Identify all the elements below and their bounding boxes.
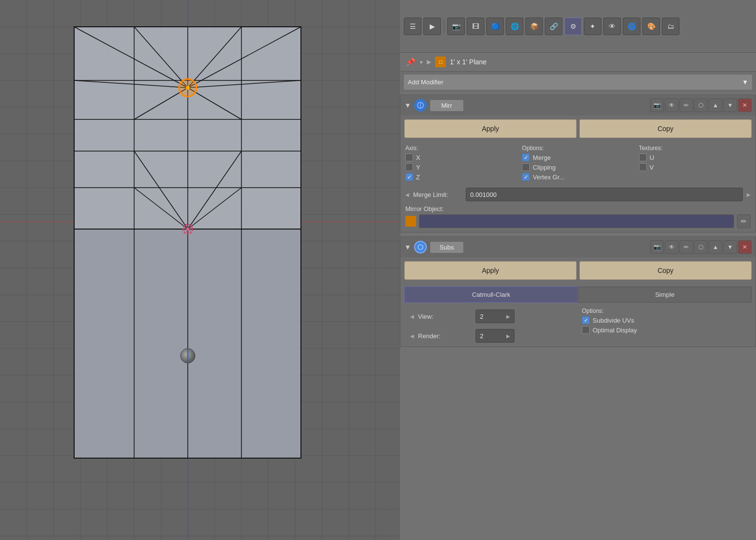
toolbar-sep-1 [444,19,444,33]
options-column: Options: Merge Clipping Vertex Gr... [522,145,634,183]
axis-z-label: Z [416,174,420,181]
object-name: 1' x 1' Plane [450,58,486,66]
subdivide-uvs-checkbox[interactable] [582,316,590,324]
toolbar-physics-btn[interactable]: 👁 [603,18,621,35]
axis-x-checkbox[interactable] [405,154,413,161]
texture-v-checkbox[interactable] [639,163,647,171]
svg-point-60 [186,228,189,231]
mirror-delete-icon[interactable]: ✕ [738,98,752,112]
render-value-field[interactable]: 2 ▶ [476,329,515,343]
merge-limit-left-arrow[interactable]: ◀ [405,192,409,197]
viewport[interactable] [0,0,400,540]
eyedropper-button[interactable]: ✏ [737,214,751,228]
mirror-props-grid: Axis: X Y Z Options: [400,142,756,186]
mirror-collapse-icon[interactable]: ▼ [404,101,411,109]
subsurf-vertex-icon[interactable]: ⬡ [694,240,708,254]
subsurf-tabs: Catmull-Clark Simple [404,287,752,303]
mirror-edit-icon[interactable]: ✏ [679,98,693,112]
toolbar-render2-btn[interactable]: 🎞 [467,18,484,35]
mirror-object-input: ✏ [405,214,751,228]
toolbar-anim-btn[interactable]: 🔵 [486,18,504,35]
render-value: 2 [480,332,483,340]
subsurf-edit-icon[interactable]: ✏ [679,240,693,254]
mirror-render-icon[interactable]: 📷 [650,98,664,112]
top-toolbar: ☰ ▶ 📷 🎞 🔵 🌐 📦 🔗 ⚙ ✦ 👁 🌀 🎨 🗂 [400,0,756,53]
mirror-object-field[interactable] [419,214,734,228]
view-left-arrow[interactable]: ◀ [410,314,414,319]
mirror-apply-button[interactable]: Apply [404,119,577,138]
subdivide-uvs-row: Subdivide UVs [582,316,751,324]
merge-limit-right-arrow[interactable]: ▶ [747,192,751,197]
right-panel: ☰ ▶ 📷 🎞 🔵 🌐 📦 🔗 ⚙ ✦ 👁 🌀 🎨 🗂 📌 ● ▶ □ 1' x… [400,0,756,540]
clipping-label: Clipping [533,164,556,171]
merge-limit-field[interactable]: 0.001000 [466,188,743,201]
merge-limit-label: Merge Limit: [413,191,462,198]
mirror-toolbar-icons: 📷 👁 ✏ ⬡ ▲ ▼ ✕ [650,98,752,112]
merge-limit-value: 0.001000 [470,191,497,198]
subsurf-down-icon[interactable]: ▼ [723,240,737,254]
texture-u-checkbox[interactable] [639,154,647,161]
subsurf-name-button[interactable]: Subs [430,241,464,253]
axis-y-checkbox[interactable] [405,163,413,171]
toolbar-object-btn[interactable]: 📦 [525,18,543,35]
toolbar-menu-btn[interactable]: ☰ [404,18,421,35]
properties-panel: 📌 ● ▶ □ 1' x 1' Plane Add Modifier ▼ ▼ [400,53,756,540]
merge-row: Merge [522,154,634,161]
mirror-copy-button[interactable]: Copy [579,119,752,138]
optimal-display-label: Optimal Display [593,327,637,334]
clipping-row: Clipping [522,163,634,171]
pin-icon[interactable]: 📌 [406,58,416,67]
mirror-view-icon[interactable]: 👁 [665,98,678,112]
texture-v-label: V [650,164,654,171]
textures-column: Textures: U V [639,145,751,183]
mirror-vertex-icon[interactable]: ⬡ [694,98,708,112]
mirror-name-button[interactable]: Mirr [430,99,464,112]
render-label: Render: [418,332,472,340]
svg-point-58 [186,86,190,90]
toolbar-material-btn[interactable]: 🎨 [642,18,660,35]
subsurf-up-icon[interactable]: ▲ [709,240,722,254]
mirror-up-icon[interactable]: ▲ [709,98,722,112]
axis-z-checkbox[interactable] [405,173,413,181]
subsurf-collapse-icon[interactable]: ▼ [404,243,411,251]
subsurf-apply-copy-row: Apply Copy [400,257,756,284]
subsurf-apply-button[interactable]: Apply [404,261,577,280]
add-modifier-label: Add Modifier [408,78,443,86]
add-modifier-row: Add Modifier ▼ [400,72,756,93]
subsurf-delete-icon[interactable]: ✕ [738,240,752,254]
clipping-checkbox[interactable] [522,163,530,171]
subdiv-options: Options: Subdivide UVs Optimal Display [582,308,751,345]
header-arrow2: ▶ [427,58,431,65]
subsurf-render-icon[interactable]: 📷 [650,240,664,254]
simple-tab[interactable]: Simple [578,287,752,303]
render-right-arrow: ▶ [506,333,510,339]
catmull-clark-tab[interactable]: Catmull-Clark [404,287,578,303]
view-right-arrow: ▶ [506,314,510,319]
axis-label: Axis: X Y Z [405,145,517,183]
vertex-gr-row: Vertex Gr... [522,173,634,181]
merge-checkbox[interactable] [522,154,530,161]
add-modifier-arrow: ▼ [742,78,748,86]
view-value-field[interactable]: 2 ▶ [476,309,515,323]
toolbar-arrow-btn[interactable]: ▶ [423,18,441,35]
subsurf-view-icon[interactable]: 👁 [665,240,678,254]
texture-u-row: U [639,154,751,161]
optimal-display-row: Optimal Display [582,326,751,334]
toolbar-particle-btn[interactable]: ✦ [584,18,601,35]
toolbar-constraint-btn[interactable]: 🔗 [545,18,562,35]
render-left-arrow[interactable]: ◀ [410,333,414,339]
subsurf-toolbar-icons: 📷 👁 ✏ ⬡ ▲ ▼ ✕ [650,240,752,254]
toolbar-texture-btn[interactable]: 🌀 [623,18,640,35]
mirror-down-icon[interactable]: ▼ [723,98,737,112]
toolbar-data-btn[interactable]: 🗂 [662,18,679,35]
merge-limit-row: ◀ Merge Limit: 0.001000 ▶ [400,186,756,203]
mirror-mod-icon [414,99,427,112]
toolbar-scene-btn[interactable]: 🌐 [506,18,523,35]
vertex-gr-checkbox[interactable] [522,173,530,181]
subsurf-copy-button[interactable]: Copy [579,261,752,280]
optimal-display-checkbox[interactable] [582,326,590,334]
add-modifier-button[interactable]: Add Modifier ▼ [404,75,752,90]
toolbar-modifier-btn[interactable]: ⚙ [564,18,582,35]
vertex-gr-label: Vertex Gr... [533,174,564,181]
toolbar-render-btn[interactable]: 📷 [447,18,465,35]
